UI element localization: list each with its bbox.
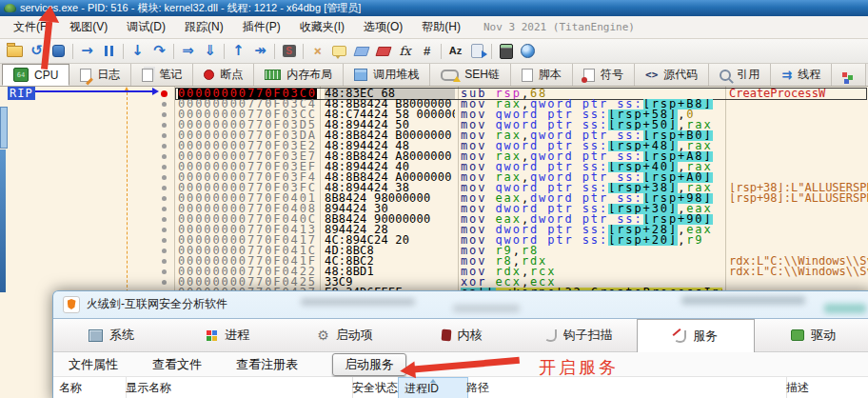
bytes-cell[interactable]: 48:8B8424 A8000000 [325,151,455,162]
instruction-cell[interactable]: mov r8,rdx [461,256,722,267]
instruction-cell[interactable]: mov rax,qword ptr ss:[rsp+B8] [461,99,722,109]
instruction-cell[interactable]: mov dword ptr ss:[rsp+28],eax [461,225,722,235]
address-cell[interactable]: 00000000770F0425 [178,277,317,288]
tab-笔记[interactable]: 笔记 [131,64,193,86]
huorong-tab-进程[interactable]: 进程 [170,319,287,351]
menu-item[interactable]: 跟踪(N) [175,16,233,38]
disasm-row[interactable]: 00000000770F042248:8BD1mov rdx,rcxrdx:L"… [0,267,868,277]
instruction-cell[interactable]: xor ecx,ecx [461,277,722,288]
text-button[interactable]: Az [444,42,466,61]
button-文件属性[interactable]: 文件属性 [69,356,118,373]
tab-handles[interactable] [832,64,866,86]
row-dot[interactable] [162,228,167,232]
run-button[interactable]: → [76,42,98,61]
comment-button[interactable] [328,42,350,61]
breakpoint-dot[interactable] [161,90,168,97]
column-header-描述[interactable]: 描述 [780,377,868,398]
button-查看注册表[interactable]: 查看注册表 [236,356,298,373]
row-dot[interactable] [162,269,167,274]
menu-item[interactable]: 选项(O) [354,16,412,38]
row-dot[interactable] [162,102,167,107]
menu-item[interactable]: 插件(P) [233,16,290,38]
bytes-cell[interactable]: 8B8424 98000000 [325,193,455,204]
huorong-title-bar[interactable]: 火绒剑-互联网安全分析软件 [53,291,868,317]
row-dot[interactable] [162,154,167,159]
bytes-cell[interactable]: 8B8424 90000000 [325,214,455,225]
huorong-tab-驱动[interactable]: 驱动 [755,319,868,351]
address-cell[interactable]: 00000000770F0417 [178,235,317,246]
step-into-button[interactable]: ↓ [127,42,148,61]
row-dot[interactable] [162,175,167,180]
instruction-cell[interactable]: mov eax,dword ptr ss:[rsp+98] [461,193,722,204]
bytes-cell[interactable]: 48:8B8424 A0000000 [325,172,455,183]
instruction-cell[interactable]: mov rax,qword ptr ss:[rsp+B0] [461,130,722,141]
huorong-tab-内核[interactable]: 内核 [404,319,521,351]
address-cell[interactable]: 00000000770F041F [178,256,317,267]
instruction-cell[interactable]: mov qword ptr ss:[rsp+48],rax [461,141,722,151]
address-cell[interactable]: 00000000770F03DA [178,130,317,141]
disasm-row[interactable]: 00000000770F042533C9xor ecx,ecx [0,277,868,288]
string-references-button[interactable]: # [416,42,438,61]
address-cell[interactable]: 00000000770F041C [178,246,317,256]
instruction-cell[interactable]: mov r9,r8 [461,246,722,256]
tab-脚本[interactable]: 脚本 [511,64,573,86]
instruction-cell[interactable]: mov qword ptr ss:[rsp+40],rax [461,162,722,172]
disasm-row[interactable]: 00000000770F03C048:83EC 68sub rsp,68Crea… [0,89,868,99]
menu-item[interactable]: 收藏夹(I) [290,16,354,38]
bytes-cell[interactable]: 48:894424 38 [325,183,455,193]
instruction-cell[interactable]: mov rax,qword ptr ss:[rsp+A0] [461,172,722,183]
instruction-cell[interactable]: mov rdx,rcx [461,267,722,277]
tab-内存布局[interactable]: 内存布局 [254,64,344,86]
bytes-cell[interactable]: 48:894424 48 [325,141,455,151]
bytes-cell[interactable]: 4C:894C24 20 [325,235,455,246]
address-cell[interactable]: 00000000770F0413 [178,225,317,235]
bytes-cell[interactable]: 4D:8BC8 [325,246,455,256]
bytes-cell[interactable]: 48:894424 40 [325,162,455,172]
huorong-tab-启动项[interactable]: ⚙启动项 [286,319,404,351]
row-dot[interactable] [162,133,167,138]
tab-线程[interactable]: ⇉线程 [771,64,832,86]
disasm-row[interactable]: 00000000770F03D548:894424 50mov qword pt… [0,120,868,130]
instruction-cell[interactable]: mov rax,qword ptr ss:[rsp+A8] [461,151,722,162]
button-查看文件[interactable]: 查看文件 [152,356,202,373]
patch-button[interactable]: + [306,42,328,61]
disasm-row[interactable]: 00000000770F03C448:8B8424 B8000000mov ra… [0,99,868,109]
disasm-row[interactable]: 00000000770F03DA48:8B8424 B0000000mov ra… [0,130,868,141]
bytes-cell[interactable]: 48:8B8424 B8000000 [325,99,455,109]
disasm-row[interactable]: 00000000770F041F4C:8BC2mov r8,rdxrdx:L"C… [0,256,868,267]
bytes-cell[interactable]: 33C9 [325,277,455,288]
address-cell[interactable]: 00000000770F0408 [178,204,317,214]
title-bar[interactable]: services.exe - PID: 516 - 模块: kernel32.d… [0,0,868,16]
disasm-row[interactable]: 00000000770F04174C:894C24 20mov qword pt… [0,235,868,246]
address-cell[interactable]: 00000000770F03C4 [178,99,317,109]
row-dot[interactable] [162,112,167,117]
step-out-button[interactable]: ↑ [227,42,249,61]
open-file-button[interactable] [4,42,26,61]
row-dot[interactable] [162,196,167,201]
row-dot[interactable] [162,186,167,190]
column-header-显示名称[interactable]: 显示名称 [120,377,353,398]
disasm-row[interactable]: 00000000770F041C4D:8BC8mov r9,r8 [0,246,868,256]
instruction-cell[interactable]: mov qword ptr ss:[rsp+20],r9 [461,235,722,246]
tab-日志[interactable]: 日志 [69,64,131,86]
tab-SEH链[interactable]: SEH链 [430,64,511,86]
label-button[interactable] [350,42,372,61]
disasm-row[interactable]: 00000000770F03EF48:894424 40mov qword pt… [0,162,868,172]
globe-button[interactable] [517,42,539,61]
tab-引用[interactable]: 引用 [709,64,771,86]
disasm-row[interactable]: 00000000770F0413894424 28mov dword ptr s… [0,225,868,235]
bytes-cell[interactable]: 48:894424 50 [325,120,455,130]
bytes-cell[interactable]: 4C:8BC2 [325,256,455,267]
menu-item[interactable]: 视图(V) [60,16,117,38]
row-dot[interactable] [162,123,167,128]
bytes-cell[interactable]: 894424 28 [325,225,455,235]
bookmark-button[interactable] [372,42,394,61]
row-dot[interactable] [162,217,167,222]
row-dot[interactable] [162,249,167,253]
tab-源代码[interactable]: <>源代码 [635,64,709,86]
row-dot[interactable] [162,280,167,285]
address-cell[interactable]: 00000000770F0401 [178,193,317,204]
address-cell[interactable]: 00000000770F03F4 [178,172,317,183]
address-cell[interactable]: 00000000770F040C [178,214,317,225]
bytes-cell[interactable]: 894424 30 [325,204,455,214]
